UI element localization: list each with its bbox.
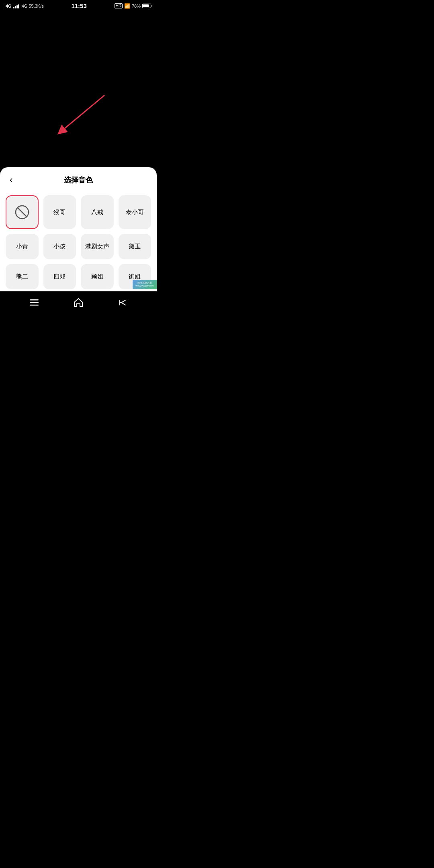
voice-option-xiaoqing[interactable]: 小青: [6, 234, 39, 259]
signal-bars: [13, 4, 19, 8]
menu-icon[interactable]: [27, 296, 42, 309]
voice-option-xionger[interactable]: 熊二: [6, 264, 39, 289]
voice-option-bajie[interactable]: 八戒: [81, 195, 114, 229]
voice-grid: 猴哥八戒泰小哥小青小孩港剧女声黛玉熊二四郎顾姐御姐: [0, 189, 157, 289]
back-button[interactable]: ‹: [8, 173, 14, 187]
voice-option-xiaohai[interactable]: 小孩: [43, 234, 76, 259]
voice-option-monkey[interactable]: 猴哥: [43, 195, 76, 229]
voice-option-daiyu[interactable]: 黛玉: [119, 234, 151, 259]
status-right: HD 📶 78%: [115, 3, 151, 9]
home-icon[interactable]: [71, 295, 86, 310]
svg-rect-5: [30, 305, 39, 306]
battery-percent: 78%: [132, 4, 141, 8]
svg-line-2: [17, 207, 27, 217]
back-nav-icon[interactable]: [115, 295, 130, 310]
svg-rect-3: [30, 299, 39, 301]
status-time: 11:53: [71, 2, 86, 9]
voice-option-gangju[interactable]: 港剧女声: [81, 234, 114, 259]
network-speed: 4G 55.3K/s: [22, 4, 44, 8]
status-bar: 4G 4G 55.3K/s 11:53 HD 📶 78%: [0, 0, 157, 11]
sheet-title: 选择音色: [64, 175, 93, 185]
voice-option-taixiaoge[interactable]: 泰小哥: [119, 195, 151, 229]
voice-option-silang[interactable]: 四郎: [43, 264, 76, 289]
voice-option-gujie[interactable]: 顾姐: [81, 264, 114, 289]
sheet-header: ‹ 选择音色: [0, 167, 157, 189]
battery-icon: [142, 4, 151, 8]
arrow-annotation: [0, 11, 157, 143]
voice-option-none[interactable]: [6, 195, 39, 229]
nav-bar: [0, 291, 157, 313]
wifi-icon: 📶: [124, 3, 130, 9]
status-left: 4G 4G 55.3K/s: [6, 4, 44, 8]
svg-line-0: [61, 95, 104, 131]
video-area: [0, 11, 157, 143]
svg-rect-4: [30, 302, 39, 303]
hd-badge: HD: [115, 3, 123, 8]
watermark: 纯净系统之家www.ycwjdy.com: [133, 280, 157, 289]
network-type: 4G: [6, 4, 12, 8]
